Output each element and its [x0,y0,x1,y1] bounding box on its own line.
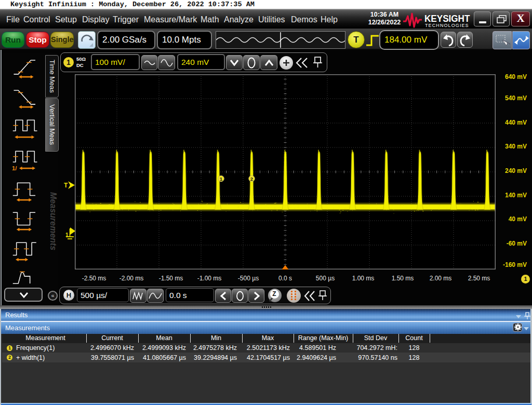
svg-text:T: T [64,182,68,189]
svg-text:2: 2 [250,176,253,182]
svg-text:1: 1 [220,176,223,182]
svg-text:1/: 1/ [12,165,17,171]
